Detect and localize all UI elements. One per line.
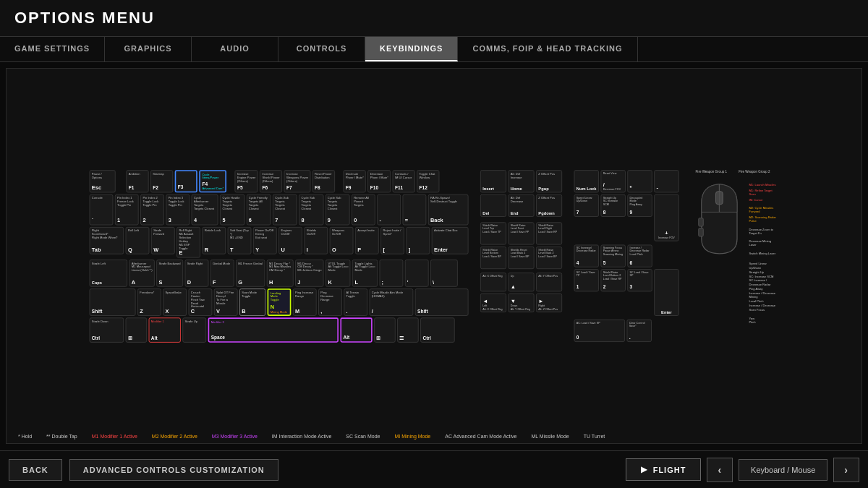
key-f6[interactable]: IncreaseShield Power(Others) F6 <box>260 170 282 192</box>
tab-audio[interactable]: AUDIO <box>192 37 278 61</box>
key-w[interactable]: Strafe Forward W <box>151 226 175 254</box>
key-period[interactable]: AI TerrainToggle . <box>344 288 367 316</box>
key-p[interactable]: Accept Invite P <box>355 226 379 254</box>
key-strafe-up-key[interactable]: Strafe Up <box>182 317 206 342</box>
tab-controls[interactable]: CONTROLS <box>278 37 365 61</box>
key-num8[interactable]: Straight UpSC Increase SCM 8 <box>600 194 625 216</box>
key-i[interactable]: Shields On/Off I <box>304 226 328 254</box>
key-pgup[interactable]: Z Offset Pos Pgup <box>536 170 562 192</box>
key-4[interactable]: Cycle AfterburnerTargetsTargets Closest … <box>192 194 218 225</box>
key-enter[interactable]: Activate Chat Box Enter <box>432 226 469 254</box>
key-h[interactable]: M1 Decoy Flgr *M1 Max MissilesCM Decoy *… <box>267 260 294 287</box>
key-caps[interactable]: Strafe Left Caps <box>90 260 127 287</box>
key-z[interactable]: Freedomx* Z <box>137 288 161 316</box>
key-n[interactable]: Landing ModeToggle N Mining Mode <box>268 288 292 316</box>
key-left[interactable]: ◄ Left Alt: X Offset Reg <box>480 293 506 312</box>
key-f10[interactable]: DecreasePhonr / Mute* F10 <box>368 170 391 192</box>
next-mode-button[interactable]: › <box>833 458 859 482</box>
key-o[interactable]: Weapons On/Off O <box>330 226 354 254</box>
key-s[interactable]: Strafe Backward S <box>156 260 183 287</box>
key-rbracket[interactable]: ] <box>406 226 430 254</box>
key-f5[interactable]: IncreaseEngine Power(Others) F5 <box>235 170 258 192</box>
key-minus[interactable]: - <box>377 194 401 225</box>
advanced-controls-button[interactable]: ADVANCED CONTROLS CUSTOMIZATION <box>69 459 278 481</box>
key-num9[interactable]: Decoupled ModePing Away 9 <box>627 194 652 216</box>
key-space[interactable]: Modifier 3 Space <box>208 317 339 342</box>
key-delete[interactable]: Del <box>480 194 506 216</box>
key-e[interactable]: Roll RightM1 Assault SelectionHotkeyM1 E… <box>176 226 200 257</box>
key-slash[interactable]: Cycle Missile Aim Mode (HOMAS) / <box>370 288 414 316</box>
tab-graphics[interactable]: GRAPHICS <box>105 37 192 61</box>
key-alt-left[interactable]: Modifier 1 Alt <box>149 317 181 342</box>
key-num2[interactable]: Shield RaiseLevel Bottom 2Load / Save RP… <box>600 269 625 291</box>
key-c[interactable]: Crouch CasinoPinch YawDecal Horizontal C <box>189 288 213 316</box>
key-m[interactable]: Ping IncreaseRange M <box>293 288 317 316</box>
key-shield-3[interactable]: Shield RaiseLevel RightLoad / Save RP <box>536 222 562 244</box>
key-equals[interactable]: = <box>403 194 427 225</box>
key-num-dot[interactable]: Clear Control Save* . <box>627 319 652 341</box>
key-t[interactable]: Soft Seat (Top *)M1 +END T <box>228 226 252 254</box>
key-k[interactable]: VTOL ToggleAlt Toggle LocoMode K <box>326 260 351 287</box>
key-semicolon[interactable]: ; <box>379 260 403 287</box>
key-q[interactable]: Roll Left Q <box>126 226 150 254</box>
key-esc[interactable]: Pause /Options Esc <box>90 170 116 192</box>
key-9[interactable]: Cycle SubTargetsTargets Closest 9 <box>326 194 350 225</box>
key-alt-right[interactable]: Alt <box>340 317 372 342</box>
key-num1[interactable]: SC Load / Save TP 1 <box>574 269 599 291</box>
key-num4[interactable]: SC Increase/Decrease Radar 4 <box>574 244 599 267</box>
key-numlock[interactable]: Num Lock <box>574 170 599 192</box>
key-shield-1[interactable]: Shield RaiseLevel TopLoad / Save TP <box>480 222 506 244</box>
key-win-left[interactable]: ⊞ <box>126 317 148 342</box>
key-pgdown[interactable]: Z Offset Pos Pgdown <box>536 194 562 216</box>
key-f3[interactable]: F3 <box>175 170 197 192</box>
key-l[interactable]: Toggle LightsAlt Toggle LocoMode L <box>352 260 378 287</box>
key-j[interactable]: M1 DecoyCM Decoy *M1 Jettison Cargo J <box>295 260 324 287</box>
key-f8[interactable]: Reset PowerDistribution F8 <box>312 170 335 192</box>
prev-mode-button[interactable]: ‹ <box>707 458 733 482</box>
key-x[interactable]: SpaceBrake X <box>163 288 187 316</box>
key-r[interactable]: Reticle Lock R <box>202 226 226 254</box>
key-up[interactable]: Up ▲ <box>509 273 535 291</box>
key-shield-2[interactable]: Shield RaiseLevel FrontLoad / Save FP <box>509 222 535 244</box>
key-1[interactable]: Pin Index 1Freeze LockToggle Pin 1 <box>115 194 139 225</box>
key-shield-5[interactable]: Shields ResetLoad Back 2Load / Save BP <box>509 246 535 268</box>
key-home[interactable]: Alt: Def Increase Home <box>509 170 535 192</box>
key-shield-6[interactable]: Shield RaiseLevel Back 2Load / Save BP <box>536 246 562 268</box>
key-num6[interactable]: Increase /Decrease RadarLocal Pitch 6 <box>627 244 652 267</box>
tab-keybindings[interactable]: KEYBINDINGS <box>365 37 458 61</box>
key-f[interactable]: Gimbal Mode F <box>210 260 234 287</box>
key-shield-4[interactable]: Shield RaiseLevel BottomLoad / Save BP <box>480 246 506 268</box>
key-2[interactable]: Pin Index 2Toggle LockToggle Pin 2 <box>140 194 164 225</box>
key-f4[interactable]: CycleItems/Power F4 Advanced Cam* <box>199 170 226 192</box>
back-button[interactable]: BACK <box>9 459 62 481</box>
key-shift-right[interactable]: Shift <box>415 288 469 316</box>
key-y[interactable]: Power On/OffEmergExit seat Y <box>253 226 277 254</box>
key-f1[interactable]: Ambition F1 <box>126 170 148 192</box>
key-quote[interactable]: ' <box>404 260 428 287</box>
key-extra-2[interactable]: Alt: Y Offset Pos <box>536 273 562 291</box>
key-7[interactable]: Cycle-SubTargetsTargets Closest 7 <box>273 194 297 225</box>
key-v[interactable]: Splat GT FireDecoylTo Fire a Missile V <box>214 288 238 316</box>
key-u[interactable]: Engines On/Off U <box>278 226 302 254</box>
key-f12[interactable]: Toggle ChatWindow F12 <box>417 170 439 192</box>
tab-game-settings[interactable]: GAME SETTINGS <box>0 37 105 61</box>
key-f2[interactable]: Starmap F2 <box>150 170 173 192</box>
key-shift-left[interactable]: Shift <box>90 288 136 316</box>
key-backtick[interactable]: Console ` <box>90 194 114 225</box>
key-num-plus[interactable]: + Increase FOV <box>654 194 678 241</box>
key-5[interactable]: Cycle HostileTargetsTargets Closest 5 <box>220 194 244 225</box>
key-down[interactable]: ▼ Down Alt: Y Offset Reg <box>509 293 535 312</box>
tab-comms[interactable]: COMMS, FOIP & HEAD TRACKING <box>458 37 637 61</box>
key-f9[interactable]: Dec/mutePhonr / Mute* F9 <box>343 170 366 192</box>
key-insert[interactable]: Insert <box>480 170 506 192</box>
key-num7[interactable]: Speed Linear Up/Down 7 <box>574 194 599 216</box>
key-8[interactable]: Cycle SubTargetsTargets Closest 8 <box>299 194 323 225</box>
key-f11[interactable]: Contacts /IM UI Cursor F11 <box>393 170 415 192</box>
key-b[interactable]: Scan Mode Toggle B <box>239 288 265 316</box>
key-g[interactable]: M1 Freeze Gimbal G <box>236 260 265 287</box>
key-ctrl-left[interactable]: Strafe Down Ctrl <box>90 317 124 342</box>
key-d[interactable]: Strafe Right D <box>184 260 208 287</box>
key-lbracket[interactable]: Reject Invite /Sprint* [ <box>380 226 404 254</box>
key-num0[interactable]: AC: Load / Save SP 0 <box>574 319 626 341</box>
key-num-star[interactable]: * <box>627 170 652 192</box>
